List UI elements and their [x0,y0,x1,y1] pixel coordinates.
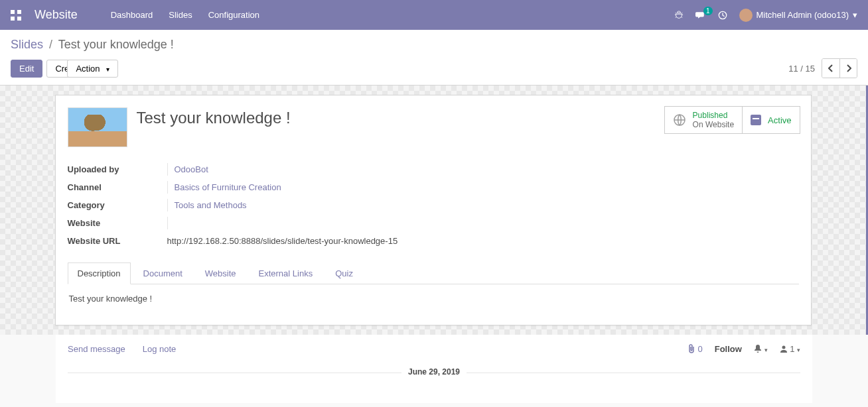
chatter-wrap: Send message Log note 0 Follow ▾ 1 ▾ [0,335,868,403]
breadcrumb: Slides / Test your knowledge ! [11,38,857,52]
tab-content-description: Test your knowledge ! [68,284,799,313]
form-background: Published On Website Active Test your kn… [0,86,868,335]
tabs: Description Document Website External Li… [68,262,799,284]
messaging-count: 1 [703,7,713,15]
on-website-label: On Website [693,120,734,129]
apps-icon[interactable] [11,10,21,21]
label-website: Website [68,217,167,229]
chatter-date: June 29, 2019 [401,367,467,377]
activity-icon[interactable] [718,11,727,20]
control-panel: Slides / Test your knowledge ! Edit Crea… [0,30,868,86]
followers-button[interactable]: 1 ▾ [780,344,800,354]
breadcrumb-current: Test your knowledge ! [58,38,174,51]
menu-dashboard[interactable]: Dashboard [111,10,153,20]
chatter-date-separator: June 29, 2019 [68,367,800,377]
value-category[interactable]: Tools and Methods [167,199,599,211]
pager-next-button[interactable] [839,59,857,78]
menu-configuration[interactable]: Configuration [208,10,259,20]
tab-document[interactable]: Document [133,262,192,284]
tab-quiz[interactable]: Quiz [325,262,363,284]
value-website-url: http://192.168.2.50:8888/slides/slide/te… [167,235,599,247]
field-grid: Uploaded by OdooBot Channel Basics of Fu… [68,163,599,247]
top-navbar: Website Dashboard Slides Configuration 1… [0,0,868,30]
label-channel: Channel [68,181,167,194]
value-uploaded-by[interactable]: OdooBot [167,163,599,176]
log-note-link[interactable]: Log note [143,344,177,354]
debug-icon[interactable] [674,11,684,20]
breadcrumb-sep: / [49,38,52,51]
published-label: Published [693,111,734,120]
menu-slides[interactable]: Slides [169,10,192,20]
label-website-url: Website URL [68,235,167,247]
breadcrumb-root[interactable]: Slides [11,38,43,51]
value-website [167,217,599,229]
attachments-button[interactable]: 0 [687,344,703,354]
svg-rect-2 [11,17,15,21]
label-uploaded-by: Uploaded by [68,163,167,176]
svg-rect-0 [11,10,15,14]
value-channel[interactable]: Basics of Furniture Creation [167,181,599,194]
caret-down-icon: ▾ [853,10,857,20]
svg-rect-1 [17,10,21,14]
caret-down-icon: ▾ [106,66,109,73]
form-sheet: Published On Website Active Test your kn… [55,95,812,325]
follow-button[interactable]: Follow [715,344,742,354]
pager: 11 / 15 [788,58,857,78]
top-menu: Dashboard Slides Configuration [111,10,259,20]
user-name: Mitchell Admin (odoo13) [757,10,849,20]
chatter: Send message Log note 0 Follow ▾ 1 ▾ [56,335,812,403]
send-message-link[interactable]: Send message [68,344,125,354]
action-label: Action [76,64,100,74]
active-icon [751,115,761,125]
app-brand[interactable]: Website [35,8,78,22]
pager-prev-button[interactable] [822,59,839,78]
slide-thumbnail[interactable] [68,107,127,147]
messaging-icon[interactable]: 1 [695,11,706,20]
tab-description[interactable]: Description [68,262,131,284]
tab-website[interactable]: Website [195,262,246,284]
active-button[interactable]: Active [742,106,800,134]
svg-rect-3 [17,17,21,21]
avatar [739,9,753,22]
user-menu[interactable]: Mitchell Admin (odoo13) ▾ [739,9,857,22]
edit-button[interactable]: Edit [11,60,42,78]
subscribe-dropdown[interactable]: ▾ [754,344,768,354]
globe-icon [673,113,686,127]
active-label: Active [768,115,791,125]
published-button[interactable]: Published On Website [664,106,743,134]
pager-text[interactable]: 11 / 15 [788,64,815,74]
svg-point-6 [782,346,785,349]
label-category: Category [68,199,167,211]
tab-external-links[interactable]: External Links [249,262,323,284]
action-dropdown[interactable]: Action ▾ [67,60,118,78]
record-title: Test your knowledge ! [137,109,291,127]
